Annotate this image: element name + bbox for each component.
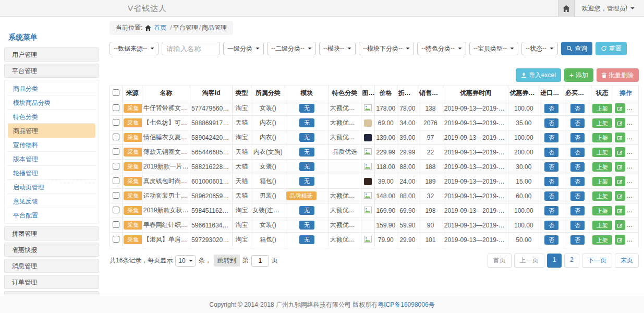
page-button-末页[interactable]: 末页	[615, 254, 639, 268]
edit-button[interactable]	[615, 147, 625, 157]
broken-image-icon	[364, 192, 372, 199]
import-select-toggle[interactable]: 否	[544, 133, 558, 142]
sidebar-group-消息管理[interactable]: 消息管理	[4, 259, 99, 273]
name-search-input[interactable]	[162, 42, 220, 55]
must-buy-toggle[interactable]: 否	[570, 148, 585, 157]
import-select-toggle[interactable]: 否	[544, 221, 558, 230]
import-select-toggle[interactable]: 否	[544, 206, 558, 215]
import-select-toggle[interactable]: 否	[544, 191, 558, 201]
row-checkbox[interactable]	[113, 163, 119, 170]
filter-select-模块[interactable]: --模块--	[319, 42, 356, 55]
sidebar-item-模块商品分类[interactable]: 模块商品分类	[8, 95, 95, 110]
filter-select-数据来源[interactable]: --数据来源--	[110, 42, 159, 55]
must-buy-toggle[interactable]: 否	[570, 162, 585, 172]
status-button[interactable]: 上架	[592, 206, 612, 215]
sidebar-item-商品管理[interactable]: 商品管理	[8, 124, 95, 138]
sidebar-item-意见反馈[interactable]: 意见反馈	[8, 194, 95, 208]
row-checkbox[interactable]	[113, 207, 119, 213]
filter-select-状态[interactable]: --状态--	[521, 42, 558, 55]
must-buy-toggle[interactable]: 否	[570, 118, 585, 128]
sidebar-item-平台配置[interactable]: 平台配置	[8, 208, 95, 222]
home-button[interactable]	[558, 0, 575, 17]
reset-button[interactable]: 重置	[596, 42, 627, 55]
status-button[interactable]: 上架	[592, 118, 612, 128]
row-checkbox[interactable]	[113, 104, 119, 111]
must-buy-toggle[interactable]: 否	[570, 191, 585, 201]
table-row: 采集【七色纺】可爱纯棉家...588869917501天猫内衣()无大额优惠券6…	[110, 116, 639, 130]
edit-button[interactable]	[615, 206, 625, 215]
page-button-上一页[interactable]: 上一页	[514, 254, 544, 268]
edit-button[interactable]	[615, 133, 625, 142]
status-button[interactable]: 上架	[592, 221, 612, 230]
sidebar-item-轮播管理[interactable]: 轮播管理	[8, 166, 95, 180]
icp-link[interactable]: 粤ICP备16098006号	[378, 300, 434, 309]
row-checkbox[interactable]	[113, 192, 119, 199]
import-select-toggle[interactable]: 否	[544, 235, 558, 245]
status-button[interactable]: 上架	[592, 235, 612, 245]
import-select-toggle[interactable]: 否	[544, 104, 558, 113]
edit-button[interactable]	[615, 191, 625, 201]
sidebar-group-订单管理[interactable]: 订单管理	[4, 275, 99, 289]
sidebar-item-宣传物料[interactable]: 宣传物料	[8, 138, 95, 152]
edit-button[interactable]	[615, 162, 625, 172]
sidebar-group-省惠快报[interactable]: 省惠快报	[4, 243, 99, 257]
select-all-checkbox[interactable]	[113, 89, 119, 96]
import-select-toggle[interactable]: 否	[544, 177, 558, 186]
product-name-cell: 【七色纺】可爱纯棉家...	[142, 116, 190, 130]
search-button[interactable]: 查询	[561, 42, 592, 55]
filter-select-二级分类[interactable]: --二级分类--	[267, 42, 316, 55]
sidebar-item-启动页管理[interactable]: 启动页管理	[8, 180, 95, 194]
sidebar-item-特色分类[interactable]: 特色分类	[8, 110, 95, 124]
must-buy-toggle[interactable]: 否	[570, 235, 585, 245]
page-button-2[interactable]: 2	[564, 254, 579, 268]
must-buy-toggle[interactable]: 否	[570, 133, 585, 142]
sidebar-group-拼团管理[interactable]: 拼团管理	[4, 226, 99, 240]
must-buy-toggle[interactable]: 否	[570, 206, 585, 215]
status-button[interactable]: 上架	[592, 133, 612, 142]
status-button[interactable]: 上架	[592, 104, 612, 113]
import-select-toggle[interactable]: 否	[544, 162, 558, 172]
row-checkbox[interactable]	[113, 221, 119, 228]
taoke-id-cell: 601000601341	[190, 174, 233, 189]
sidebar-group-用户管理[interactable]: 用户管理	[4, 47, 99, 62]
page-button-1[interactable]: 1	[547, 254, 562, 268]
batch-delete-button[interactable]: 批量删除	[597, 68, 639, 82]
sidebar-item-商品分类[interactable]: 商品分类	[8, 81, 95, 95]
page-button-下一页[interactable]: 下一页	[582, 254, 612, 268]
must-buy-toggle[interactable]: 否	[570, 104, 585, 113]
row-checkbox[interactable]	[113, 148, 119, 155]
jump-page-input[interactable]	[251, 255, 269, 267]
page-button-首页[interactable]: 首页	[488, 254, 512, 268]
import-select-toggle[interactable]: 否	[544, 148, 558, 157]
add-button[interactable]: + 添加	[564, 68, 593, 82]
row-checkbox[interactable]	[113, 119, 119, 126]
must-buy-toggle[interactable]: 否	[570, 177, 585, 186]
per-page-select[interactable]: 10	[175, 255, 196, 267]
edit-button[interactable]	[615, 103, 625, 113]
import-select-toggle[interactable]: 否	[544, 118, 558, 128]
filter-select-特色分类[interactable]: --特色分类--	[417, 42, 466, 55]
breadcrumb-home-link[interactable]: 首页	[154, 23, 166, 32]
user-menu[interactable]: 欢迎您，管理员!	[575, 4, 644, 13]
must-buy-toggle[interactable]: 否	[570, 221, 585, 230]
row-checkbox[interactable]	[113, 177, 119, 184]
status-button[interactable]: 上架	[592, 177, 612, 186]
edit-button[interactable]	[615, 220, 625, 230]
jump-button[interactable]: 跳转到	[214, 255, 240, 267]
jump-pre-label: 第	[242, 256, 249, 265]
sidebar-group-平台管理[interactable]: 平台管理	[4, 64, 99, 78]
status-button[interactable]: 上架	[592, 191, 612, 201]
edit-button[interactable]	[615, 118, 625, 128]
status-button[interactable]: 上架	[592, 162, 612, 172]
import-excel-button[interactable]: 导入excel	[516, 68, 561, 82]
filter-select-宝贝类型[interactable]: --宝贝类型--	[469, 42, 518, 55]
filter-select-一级分类[interactable]: 一级分类	[223, 42, 264, 55]
edit-button[interactable]	[615, 176, 625, 186]
edit-button[interactable]	[615, 235, 625, 245]
row-checkbox[interactable]	[113, 236, 119, 243]
status-button[interactable]: 上架	[592, 148, 612, 157]
row-checkbox[interactable]	[113, 134, 119, 140]
sidebar-item-版本管理[interactable]: 版本管理	[8, 152, 95, 166]
filter-select-模块下分类[interactable]: --模块下分类--	[359, 42, 414, 55]
column-header-操作: 操作	[613, 86, 639, 101]
